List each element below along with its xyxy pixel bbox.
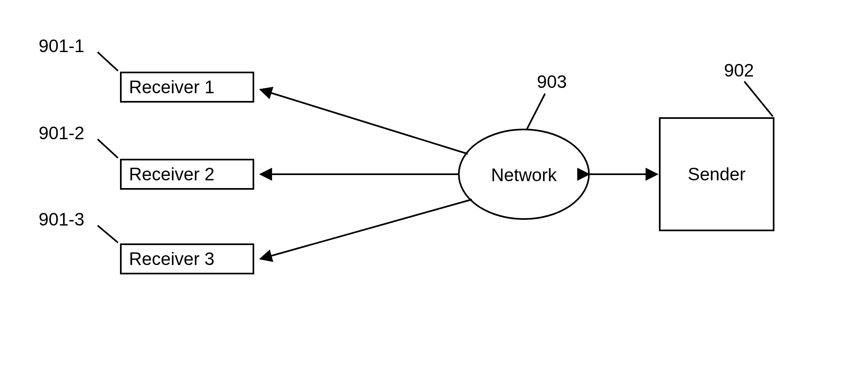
node-sender: Sender	[659, 117, 774, 231]
label-ref-901-3: 901-3	[39, 209, 85, 230]
node-network-label: Network	[475, 165, 573, 185]
node-receiver-1: Receiver 1	[120, 72, 254, 103]
leader-901-1	[98, 52, 118, 71]
node-receiver-3: Receiver 3	[120, 243, 254, 274]
leader-901-2	[98, 139, 118, 158]
label-ref-901-1: 901-1	[39, 36, 85, 56]
node-label: Receiver 2	[129, 164, 214, 184]
node-label: Sender	[688, 164, 746, 184]
node-label: Receiver 3	[129, 249, 214, 269]
label-ref-903: 903	[537, 72, 567, 92]
node-label: Receiver 1	[129, 77, 214, 97]
diagram-canvas: 901-1 901-2 901-3 903 902 Receiver 1 Rec…	[0, 0, 868, 379]
leader-902	[744, 81, 773, 116]
arrow-net-r1	[260, 90, 468, 154]
leader-903	[527, 94, 545, 129]
label-ref-901-2: 901-2	[39, 123, 85, 143]
arrow-net-r3	[260, 199, 472, 259]
leader-901-3	[98, 226, 118, 243]
node-receiver-2: Receiver 2	[120, 159, 254, 190]
label-ref-902: 902	[724, 60, 754, 81]
